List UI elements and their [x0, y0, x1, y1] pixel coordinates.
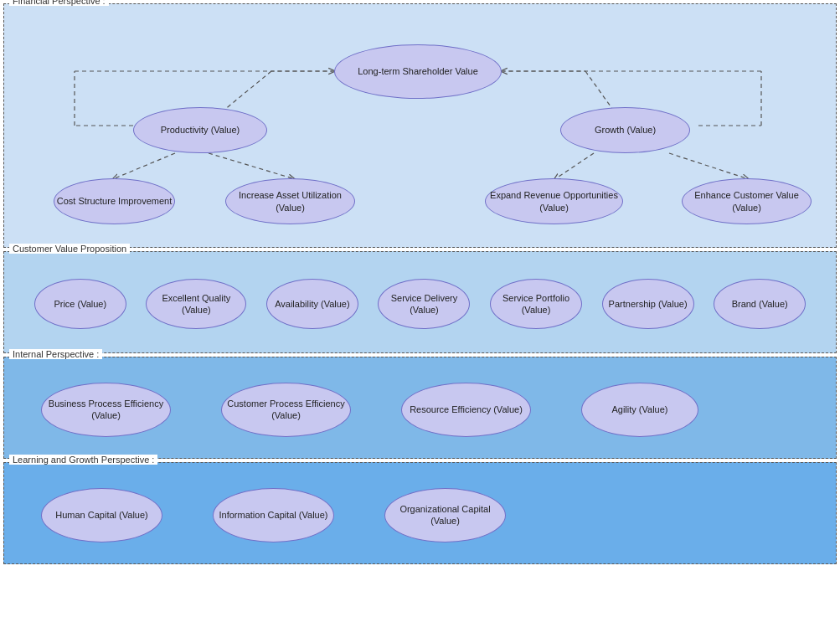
customer-node-6[interactable]: Brand (Value) [714, 279, 806, 329]
internal-node-2[interactable]: Resource Efficiency (Value) [401, 383, 531, 437]
node-asset[interactable]: Increase Asset Utilization (Value) [225, 178, 355, 224]
node-growth[interactable]: Growth (Value) [560, 107, 690, 153]
svg-line-5 [209, 153, 292, 178]
node-productivity[interactable]: Productivity (Value) [133, 107, 267, 153]
financial-perspective-section: Financial Perspective : [3, 3, 837, 248]
node-cost[interactable]: Cost Structure Improvement [54, 178, 175, 224]
learning-node-1[interactable]: Information Capital (Value) [213, 488, 334, 542]
node-revenue[interactable]: Expand Revenue Opportunities (Value) [485, 178, 623, 224]
node-shareholder[interactable]: Long-term Shareholder Value [334, 44, 502, 99]
customer-node-2[interactable]: Availability (Value) [266, 279, 358, 329]
internal-node-3[interactable]: Agility (Value) [581, 383, 698, 437]
svg-line-6 [556, 153, 594, 178]
learning-perspective-section: Learning and Growth Perspective : Human … [3, 462, 837, 564]
learning-node-2[interactable]: Organizational Capital (Value) [384, 488, 506, 542]
customer-label: Customer Value Proposition [9, 244, 130, 254]
customer-node-0[interactable]: Price (Value) [34, 279, 126, 329]
svg-line-4 [115, 153, 175, 178]
internal-perspective-section: Internal Perspective : Business Process … [3, 357, 837, 459]
learning-nodes-row: Human Capital (Value) Information Capita… [8, 470, 832, 553]
customer-node-3[interactable]: Service Delivery (Value) [378, 279, 470, 329]
svg-line-7 [669, 153, 746, 178]
learning-label: Learning and Growth Perspective : [9, 455, 157, 465]
node-enhance[interactable]: Enhance Customer Value (Value) [682, 178, 812, 224]
internal-node-0[interactable]: Business Process Efficiency (Value) [41, 383, 171, 437]
learning-node-0[interactable]: Human Capital (Value) [41, 488, 162, 542]
customer-perspective-section: Customer Value Proposition Price (Value)… [3, 251, 837, 353]
financial-diagram: Long-term Shareholder Value Productivity… [8, 11, 832, 237]
customer-nodes-row: Price (Value) Excellent Quality (Value) … [8, 259, 832, 342]
financial-label: Financial Perspective : [9, 0, 109, 6]
customer-node-1[interactable]: Excellent Quality (Value) [146, 279, 246, 329]
internal-nodes-row: Business Process Efficiency (Value) Cust… [8, 364, 832, 448]
customer-node-5[interactable]: Partnership (Value) [602, 279, 694, 329]
customer-node-4[interactable]: Service Portfolio (Value) [490, 279, 582, 329]
internal-label: Internal Perspective : [9, 349, 102, 359]
internal-node-1[interactable]: Customer Process Efficiency (Value) [221, 383, 351, 437]
